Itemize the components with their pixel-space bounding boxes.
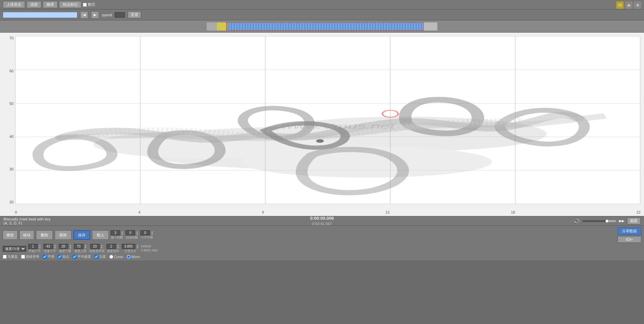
- beat-text: 拍点: [62, 254, 69, 259]
- open-down-input[interactable]: [28, 244, 38, 249]
- speed-down-label: 速度下限: [59, 249, 71, 253]
- x-label-18: 18: [511, 210, 515, 214]
- speed-force-select[interactable]: 速度/力变: [3, 246, 26, 252]
- mark-button[interactable]: 拍点标记: [59, 1, 81, 8]
- speed-down-input[interactable]: [59, 244, 68, 249]
- speed-change-time-spinner: ▲ ▼ 速变迟时: [107, 244, 120, 253]
- worm-radio[interactable]: [127, 255, 131, 259]
- erase-button[interactable]: 擦除: [3, 230, 18, 240]
- x-label-0: 0: [15, 210, 17, 214]
- avg-speed-text: 平均速度: [77, 254, 91, 259]
- x-label-9: 9: [262, 210, 264, 214]
- end-beat-group-up[interactable]: ▲: [100, 244, 103, 247]
- page-checkbox-label: 翻页: [83, 2, 95, 7]
- speed-up-input[interactable]: [74, 244, 83, 249]
- beat-label: 拍点: [58, 254, 69, 259]
- speed-change-time-down[interactable]: ▼: [117, 247, 120, 249]
- waveform-container[interactable]: [207, 22, 437, 31]
- share-data-button[interactable]: 分享数据: [618, 227, 641, 235]
- home-icon[interactable]: 🏠: [625, 1, 632, 9]
- force-change-input[interactable]: [122, 244, 135, 249]
- bottom-row3: 无覆盖 跳级变率 平滑 拍点 平均速度 力度 Curve Worm: [3, 254, 641, 259]
- no-overlay-checkbox[interactable]: [3, 255, 7, 259]
- volume-slider[interactable]: [582, 220, 616, 222]
- force-change-down[interactable]: ▼: [136, 247, 139, 249]
- avg-speed-checkbox[interactable]: [73, 255, 77, 259]
- small-beat-input[interactable]: 0: [140, 230, 150, 235]
- start-beats-input[interactable]: 0: [126, 230, 135, 235]
- y-axis: 70 60 50 40 30 20: [1, 36, 14, 204]
- beat-change-checkbox[interactable]: [21, 255, 25, 259]
- speed-change-time-label: 速变迟时: [107, 249, 119, 253]
- default-info: Default: 3.805(1 bar): [141, 245, 158, 252]
- small-beat-up[interactable]: ▲: [151, 231, 154, 233]
- force-checkbox[interactable]: [94, 255, 98, 259]
- status-right: 🔊 ▶▶ 截图: [574, 217, 641, 224]
- min-beats-input[interactable]: 3: [111, 230, 120, 235]
- curve-radio[interactable]: [109, 255, 113, 259]
- go-start-button[interactable]: |◀: [80, 11, 88, 19]
- y-label-60: 60: [10, 69, 14, 73]
- worm-radio-label: Worm: [127, 255, 140, 259]
- start-beats-down[interactable]: ▼: [136, 233, 139, 235]
- speed-up-up[interactable]: ▲: [84, 244, 87, 247]
- shape-button[interactable]: 流形: [26, 1, 41, 8]
- status-hint-line1: Manually mark beat with key: [3, 217, 574, 221]
- x-label-13: 13: [385, 210, 390, 214]
- volume-right-icon: ▶▶: [619, 219, 624, 223]
- end-high-up[interactable]: ▲: [54, 244, 57, 247]
- end-beat-group-down[interactable]: ▼: [100, 247, 103, 249]
- open-down-down[interactable]: ▼: [38, 247, 41, 249]
- move-button[interactable]: 移动: [19, 230, 34, 240]
- end-high-down[interactable]: ▼: [54, 247, 57, 249]
- speed-input[interactable]: 1: [115, 12, 125, 18]
- min-beats-label: 最小拍数: [111, 235, 123, 240]
- upload-music-button[interactable]: 上传音乐: [3, 1, 25, 8]
- load-button[interactable]: 载入: [92, 230, 109, 240]
- save-button[interactable]: 保存: [73, 230, 90, 240]
- settings-icon[interactable]: ⚙: [634, 1, 641, 9]
- song-name-input[interactable]: 陈宏宽 贝多芬106显示邮: [3, 12, 77, 18]
- delete-button[interactable]: 删除: [36, 230, 53, 240]
- speed-change-time-up[interactable]: ▲: [117, 244, 120, 247]
- end-high-label: 结束小节: [44, 249, 56, 253]
- end-beat-group-input[interactable]: [90, 244, 100, 249]
- smooth-checkbox[interactable]: [43, 255, 47, 259]
- start-beats-spinner: 0 ▲ ▼ 起始拍数: [126, 230, 139, 240]
- play-button[interactable]: ▶: [91, 11, 99, 19]
- waveform-waves: [227, 23, 423, 30]
- svg-point-16: [316, 139, 324, 143]
- force-change-up[interactable]: ▲: [136, 244, 139, 247]
- small-beat-down[interactable]: ▼: [151, 233, 154, 235]
- start-beats-up[interactable]: ▲: [136, 231, 139, 233]
- adsorb-button[interactable]: 吸附: [55, 230, 72, 240]
- waveform-main[interactable]: [226, 22, 424, 31]
- speed-up-down[interactable]: ▼: [84, 247, 87, 249]
- waveform-yellow: [217, 22, 226, 31]
- screenshot-button[interactable]: 截图: [627, 217, 641, 224]
- min-beats-up[interactable]: ▲: [121, 231, 124, 233]
- page-checkbox[interactable]: [83, 3, 87, 7]
- status-hint: Manually mark beat with key (A, S, D, F): [3, 217, 574, 225]
- time-total: 0:02:41.567: [310, 221, 334, 226]
- open-down-up[interactable]: ▲: [38, 244, 41, 247]
- y-label-70: 70: [10, 36, 14, 40]
- freq-button[interactable]: 频谱: [43, 1, 58, 8]
- x-label-22: 22: [637, 210, 641, 214]
- chart-area: www.Vmus.net: [15, 36, 641, 204]
- speed-change-time-input[interactable]: [107, 244, 116, 249]
- end-high-input[interactable]: [43, 244, 53, 249]
- ioi-button[interactable]: IOI+: [618, 236, 641, 243]
- x-axis: 0 4 9 13 18 22: [15, 210, 641, 214]
- worm-text: Worm: [131, 255, 140, 259]
- page-label: 翻页: [88, 2, 95, 7]
- replay-button[interactable]: 至望: [128, 11, 141, 18]
- default-label: Default:: [141, 245, 158, 249]
- load-label: 载入: [97, 233, 104, 237]
- v2-icon[interactable]: V2: [616, 1, 624, 9]
- speed-down-up[interactable]: ▲: [69, 244, 72, 247]
- beat-checkbox[interactable]: [58, 255, 62, 259]
- speed-down-down[interactable]: ▼: [69, 247, 72, 249]
- min-beats-down[interactable]: ▼: [121, 233, 124, 235]
- y-label-30: 30: [10, 167, 14, 171]
